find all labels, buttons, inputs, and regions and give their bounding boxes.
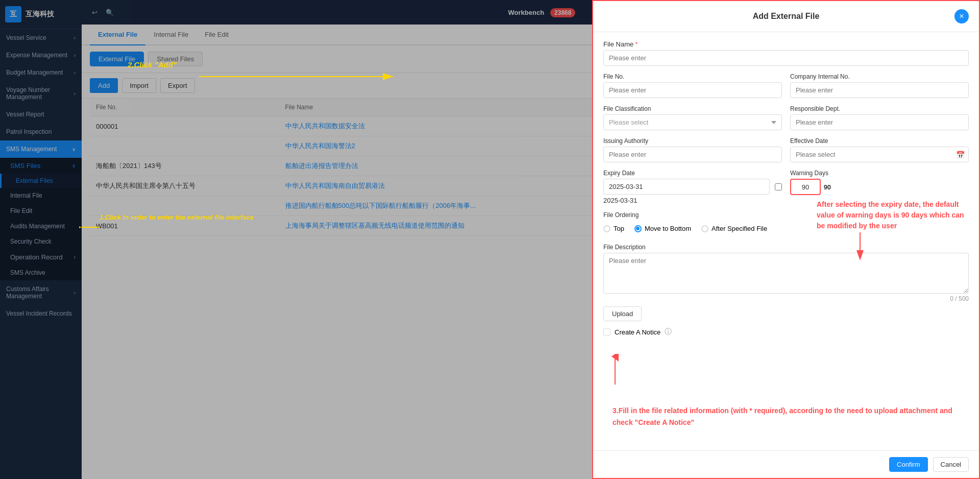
expiry-date-label: Expiry Date [603,170,782,177]
expiry-date-row: Expiry Date 2025-03-31 Warning Days 90 [603,170,969,204]
file-name-row: File Name * [603,40,969,66]
upload-button[interactable]: Upload [603,306,642,321]
file-description-textarea[interactable] [603,253,969,294]
warning-days-value: 90 [824,183,831,191]
file-description-section: File Description 0 / 500 [603,244,969,302]
modal-header: Add External File × [593,1,979,32]
file-name-label: File Name * [603,40,969,48]
create-notice-label[interactable]: Create A Notice ⓘ [603,327,969,337]
radio-move-to-bottom-circle [634,225,642,232]
company-internal-no-input[interactable] [790,82,969,98]
classification-row: File Classification Please select Respon… [603,105,969,130]
company-internal-no-group: Company Internal No. [790,73,969,98]
effective-date-wrap: 📅 [790,147,969,162]
file-name-input[interactable] [603,50,969,66]
file-no-label: File No. [603,73,782,80]
expiry-date-input[interactable] [603,179,770,195]
help-icon: ⓘ [665,327,672,337]
expiry-date-value: 2025-03-31 [603,197,782,204]
confirm-button[interactable]: Confirm [889,457,928,472]
issuing-authority-group: Issuing Authority [603,137,782,162]
effective-date-group: Effective Date 📅 [790,137,969,162]
warning-days-label: Warning Days [790,170,969,177]
modal-body: File Name * File No. Company Internal No… [593,32,979,450]
warning-days-wrap: 90 [790,179,969,195]
modal-footer: Confirm Cancel [593,450,979,478]
radio-after-specified-file-circle [701,225,708,232]
warning-days-group: Warning Days 90 [790,170,969,204]
calendar-icon: 📅 [956,151,965,159]
radio-top[interactable]: Top [603,225,624,232]
cancel-button[interactable]: Cancel [933,457,969,472]
create-notice-section: Create A Notice ⓘ [603,327,969,337]
file-ordering-label: File Ordering [603,211,969,219]
expiry-date-wrap [603,179,782,195]
file-classification-select[interactable]: Please select [603,114,782,130]
file-name-group: File Name * [603,40,969,66]
effective-date-input[interactable] [790,147,969,162]
radio-after-specified-file[interactable]: After Specified File [701,225,767,232]
responsible-dept-label: Responsible Dept. [790,105,969,112]
file-no-group: File No. [603,73,782,98]
required-marker: * [635,40,638,48]
create-notice-checkbox[interactable] [603,328,610,336]
file-ordering-section: File Ordering Top Move to Bottom After S… [603,211,969,236]
responsible-dept-input[interactable] [790,114,969,130]
expiry-date-checkbox[interactable] [775,183,782,190]
responsible-dept-group: Responsible Dept. [790,105,969,130]
radio-move-to-bottom[interactable]: Move to Bottom [634,225,691,232]
warning-days-input[interactable] [790,179,821,195]
modal-close-button[interactable]: × [954,9,969,23]
company-internal-no-label: Company Internal No. [790,73,969,80]
file-ordering-radio-group: Top Move to Bottom After Specified File [603,221,969,236]
modal-title: Add External File [618,12,954,21]
issuing-authority-row: Issuing Authority Effective Date 📅 [603,137,969,162]
upload-section: Upload [603,306,969,321]
expiry-date-group: Expiry Date 2025-03-31 [603,170,782,204]
file-classification-group: File Classification Please select [603,105,782,130]
effective-date-label: Effective Date [790,137,969,145]
char-count: 0 / 500 [603,295,969,302]
issuing-authority-input[interactable] [603,147,782,162]
file-classification-label: File Classification [603,105,782,112]
radio-top-circle [603,225,610,232]
file-no-row: File No. Company Internal No. [603,73,969,98]
add-external-file-modal: Add External File × File Name * File No.… [592,0,980,479]
file-description-label: File Description [603,244,969,251]
issuing-authority-label: Issuing Authority [603,137,782,145]
file-no-input[interactable] [603,82,782,98]
